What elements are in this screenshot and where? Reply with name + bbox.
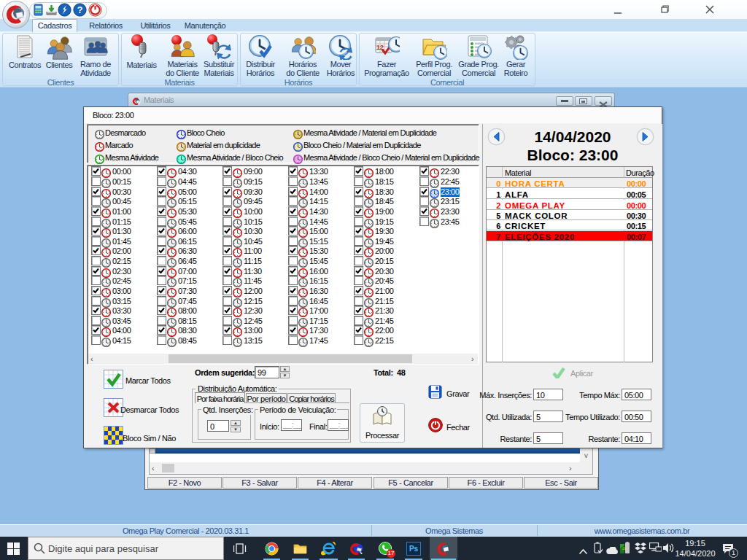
svg-text:⚠: ⚠ [622, 546, 627, 551]
svg-text:?: ? [77, 5, 83, 15]
